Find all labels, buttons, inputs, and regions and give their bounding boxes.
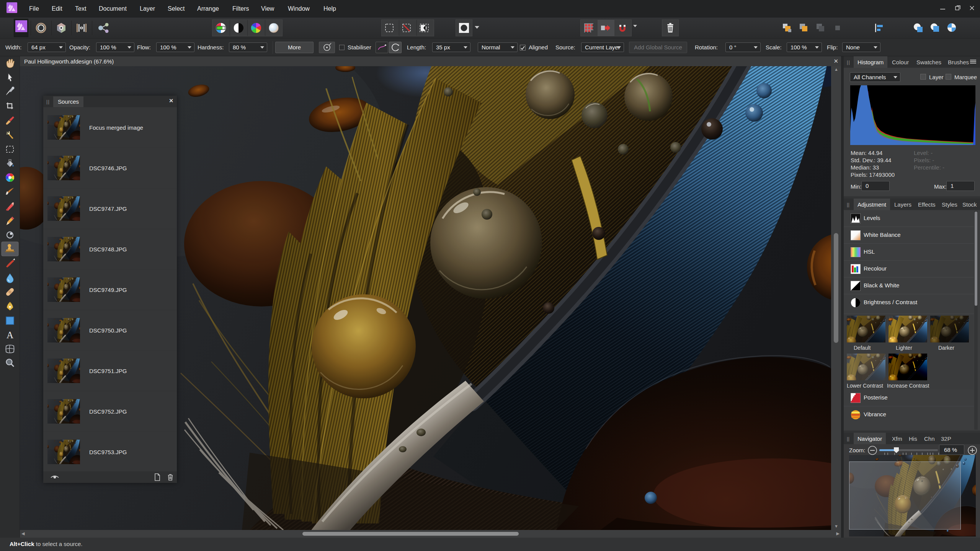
svg-text:A: A: [7, 330, 13, 340]
